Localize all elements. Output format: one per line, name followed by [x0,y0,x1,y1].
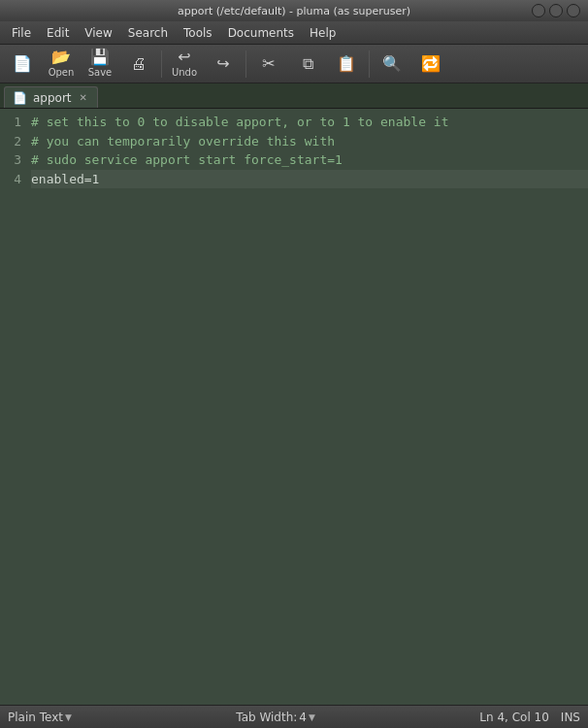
cut-icon: ✂ [262,56,275,72]
window-controls[interactable] [532,4,580,17]
statusbar-left: Plain Text ▼ [8,711,72,724]
statusbar-center: Tab Width: 4 ▼ [236,711,315,724]
menu-edit[interactable]: Edit [39,24,77,42]
cursor-position: Ln 4, Col 10 [479,711,549,724]
tab-apport[interactable]: 📄 apport ✕ [4,86,98,108]
paste-icon: 📋 [337,56,356,72]
undo-icon: ↩ [178,50,190,65]
code-line-1: # set this to 0 to disable apport, or to… [31,113,588,132]
save-label: Save [88,67,113,78]
redo-button[interactable]: ↪ [205,48,242,81]
save-icon: 💾 [90,50,110,65]
tab-close-button[interactable]: ✕ [78,92,89,103]
print-button[interactable]: 🖨 [120,48,157,81]
menu-search[interactable]: Search [120,24,176,42]
statusbar: Plain Text ▼ Tab Width: 4 ▼ Ln 4, Col 10… [0,705,588,728]
menubar: File Edit View Search Tools Documents He… [0,21,588,45]
language-label: Plain Text [8,711,63,724]
editor[interactable]: 1 2 3 4 # set this to 0 to disable appor… [0,109,588,705]
close-button[interactable] [532,4,545,17]
print-icon: 🖨 [131,56,147,72]
tab-width-selector[interactable]: Tab Width: 4 ▼ [236,711,315,724]
maximize-button[interactable] [567,4,580,17]
tab-width-dropdown-icon: ▼ [309,712,315,722]
cut-button[interactable]: ✂ [250,48,287,81]
insert-mode: INS [561,711,580,724]
menu-file[interactable]: File [4,24,39,42]
menu-documents[interactable]: Documents [220,24,302,42]
new-icon: 📄 [13,56,32,72]
paste-button[interactable]: 📋 [328,48,365,81]
tab-width-label: Tab Width: [236,711,297,724]
separator-2 [245,50,246,78]
menu-view[interactable]: View [77,24,119,42]
window-title: apport (/etc/default) - pluma (as superu… [56,5,532,17]
line-num-4: 4 [0,170,21,189]
titlebar: apport (/etc/default) - pluma (as superu… [0,0,588,21]
undo-label: Undo [172,67,197,78]
editor-content[interactable]: 1 2 3 4 # set this to 0 to disable appor… [0,109,588,705]
open-icon: 📂 [51,50,71,65]
language-dropdown-icon: ▼ [65,712,72,722]
tab-width-value: 4 [299,711,307,724]
line-num-2: 2 [0,132,21,151]
find-icon: 🔍 [382,56,402,72]
code-area[interactable]: # set this to 0 to disable apport, or to… [27,113,588,701]
separator-1 [161,50,162,78]
tabbar: 📄 apport ✕ [0,83,588,109]
separator-3 [369,50,370,78]
tab-file-icon: 📄 [13,91,27,105]
code-line-2: # you can temporarily override this with [31,132,588,151]
replace-button[interactable]: 🔁 [412,48,449,81]
line-num-3: 3 [0,150,21,170]
menu-help[interactable]: Help [302,24,343,42]
code-line-4: enabled=1 [31,170,588,189]
find-button[interactable]: 🔍 [374,48,410,81]
undo-button[interactable]: ↩ Undo [166,48,203,81]
menu-tools[interactable]: Tools [176,24,220,42]
statusbar-right: Ln 4, Col 10 INS [479,711,580,724]
toolbar: 📄 📂 Open 💾 Save 🖨 ↩ Undo ↪ ✂ ⧉ 📋 🔍 🔁 [0,45,588,83]
save-button[interactable]: 💾 Save [82,48,118,81]
open-button[interactable]: 📂 Open [43,48,80,81]
copy-icon: ⧉ [303,56,313,72]
copy-button[interactable]: ⧉ [289,48,326,81]
code-line-3: # sudo service apport start force_start=… [31,150,588,170]
line-numbers: 1 2 3 4 [0,113,27,701]
language-selector[interactable]: Plain Text ▼ [8,711,72,724]
open-label: Open [49,67,75,78]
line-num-1: 1 [0,113,21,132]
new-button[interactable]: 📄 [4,48,41,81]
replace-icon: 🔁 [421,56,441,72]
tab-label: apport [33,91,72,105]
minimize-button[interactable] [549,4,563,17]
redo-icon: ↪ [216,56,229,72]
